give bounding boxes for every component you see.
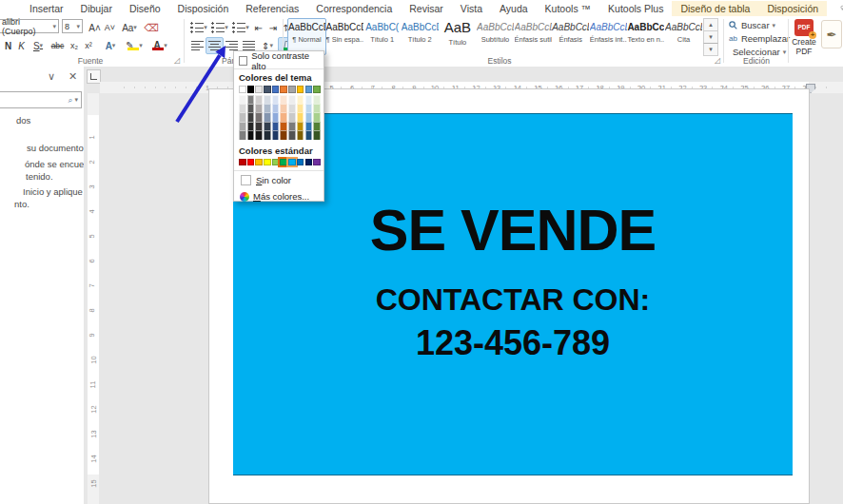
theme-color-swatch[interactable] [239, 86, 246, 93]
theme-variant-swatch[interactable] [280, 122, 287, 130]
theme-variant-swatch[interactable] [305, 130, 313, 139]
style-card-título-1[interactable]: AaBbC(Título 1 [363, 18, 402, 55]
italic-button[interactable]: K [14, 37, 29, 54]
style-card-subtítulo[interactable]: AaBbCcDcSubtítulo [476, 18, 515, 55]
style-card-énfasis-int-[interactable]: AaBbCcDtÉnfasis int... [589, 18, 628, 55]
standard-color-swatch[interactable] [239, 159, 246, 166]
menu-tab-referencias[interactable]: Referencias [237, 1, 307, 16]
theme-variant-swatch[interactable] [305, 112, 313, 121]
align-left-button[interactable] [188, 37, 206, 54]
replace-button[interactable]: ab Reemplazar [729, 32, 786, 45]
theme-variant-swatch[interactable] [297, 104, 304, 112]
numbering-button[interactable]: ▾ [209, 19, 230, 36]
contextual-tab-dise-o-de-tabla[interactable]: Diseño de tabla [672, 1, 758, 16]
theme-color-swatch[interactable] [288, 86, 296, 93]
theme-variant-swatch[interactable] [313, 104, 321, 112]
more-colors-item[interactable]: Más colores... [239, 189, 319, 204]
theme-variant-swatch[interactable] [264, 112, 271, 121]
multilevel-list-button[interactable]: ▾ [230, 19, 251, 36]
theme-color-swatch[interactable] [247, 86, 255, 93]
styles-more-button[interactable]: ▾ [703, 43, 718, 56]
theme-color-swatch[interactable] [255, 86, 263, 93]
theme-variant-swatch[interactable] [297, 130, 304, 139]
pane-close-button[interactable]: ✕ [69, 70, 77, 83]
standard-color-swatch[interactable] [288, 159, 296, 166]
theme-color-swatch[interactable] [305, 86, 313, 93]
styles-scroll-up-button[interactable]: ▴ [703, 18, 718, 31]
bold-button[interactable]: N [1, 37, 15, 54]
font-size-combo[interactable]: 8▾ [62, 19, 83, 33]
theme-variant-swatch[interactable] [280, 130, 287, 139]
standard-color-swatch[interactable] [272, 159, 280, 166]
theme-variant-swatch[interactable] [239, 122, 246, 130]
standard-color-swatch[interactable] [313, 159, 321, 166]
theme-color-swatch[interactable] [280, 86, 287, 93]
theme-variant-swatch[interactable] [297, 122, 304, 130]
style-card-énfasis-sutil[interactable]: AaBbCcDcÉnfasis sutil [514, 18, 553, 55]
theme-variant-swatch[interactable] [255, 95, 263, 104]
style-card-texto-en-n-[interactable]: AaBbCcDcTexto en n... [626, 18, 665, 55]
theme-variant-swatch[interactable] [288, 112, 296, 121]
menu-tab-dise-o[interactable]: Diseño [121, 1, 169, 16]
menu-tab-dibujar[interactable]: Dibujar [72, 1, 121, 16]
theme-variant-swatch[interactable] [239, 130, 246, 139]
theme-variant-swatch[interactable] [305, 95, 313, 104]
vertical-ruler[interactable]: 123456789101112131415 [88, 93, 99, 504]
theme-color-swatch[interactable] [313, 86, 321, 93]
highlight-color-button[interactable]: ✎▾ [122, 37, 147, 54]
style-card-énfasis[interactable]: AaBbCcDtÉnfasis [551, 18, 590, 55]
high-contrast-checkbox[interactable]: Solo contraste alto [239, 54, 319, 67]
theme-variant-swatch[interactable] [239, 112, 246, 121]
theme-variant-swatch[interactable] [255, 112, 263, 121]
subscript-button[interactable]: x₂ [67, 37, 82, 54]
menu-tab-kutools-plus[interactable]: Kutools Plus [599, 1, 672, 16]
underline-button[interactable]: S▾ [28, 37, 49, 54]
theme-color-swatch[interactable] [272, 86, 280, 93]
theme-variant-swatch[interactable] [264, 104, 271, 112]
increase-indent-button[interactable]: ⇥ [265, 19, 281, 36]
style-card--sin-espa-[interactable]: AaBbCcDc¶ Sin espa... [325, 18, 364, 55]
theme-color-swatch[interactable] [264, 86, 271, 93]
theme-variant-swatch[interactable] [297, 112, 304, 121]
theme-variant-swatch[interactable] [272, 95, 280, 104]
theme-variant-swatch[interactable] [247, 112, 255, 121]
style-card-título-2[interactable]: AaBbCcDTítulo 2 [401, 18, 440, 55]
font-name-combo[interactable]: alibri (Cuerpo)▾ [0, 19, 59, 33]
theme-variant-swatch[interactable] [313, 130, 321, 139]
change-case-button[interactable]: Aa▾ [118, 19, 141, 36]
theme-variant-swatch[interactable] [255, 130, 263, 139]
create-pdf-button[interactable]: PDF+ Create PDF [790, 18, 818, 62]
bullets-button[interactable]: ▾ [188, 19, 209, 36]
style-card-título[interactable]: AaBTítulo [438, 18, 477, 55]
theme-variant-swatch[interactable] [280, 104, 287, 112]
align-center-button[interactable] [206, 37, 224, 54]
shrink-font-button[interactable]: A˅ [102, 19, 118, 36]
theme-variant-swatch[interactable] [272, 104, 280, 112]
theme-variant-swatch[interactable] [239, 104, 246, 112]
theme-variant-swatch[interactable] [280, 112, 287, 121]
theme-variant-swatch[interactable] [288, 95, 296, 104]
menu-tab-correspondencia[interactable]: Correspondencia [307, 1, 401, 16]
pane-collapse-chevron[interactable]: ∨ [48, 70, 55, 83]
standard-color-swatch[interactable] [297, 159, 304, 166]
theme-variant-swatch[interactable] [255, 104, 263, 112]
theme-variant-swatch[interactable] [264, 130, 271, 139]
standard-color-swatch[interactable] [280, 159, 287, 166]
theme-variant-swatch[interactable] [272, 130, 280, 139]
theme-variant-swatch[interactable] [305, 122, 313, 130]
menu-tab-revisar[interactable]: Revisar [401, 1, 452, 16]
menu-tab-kutools-[interactable]: Kutools ™ [537, 1, 599, 16]
theme-variant-swatch[interactable] [247, 130, 255, 139]
grow-font-button[interactable]: A˄ [87, 19, 103, 36]
standard-color-swatch[interactable] [255, 159, 263, 166]
standard-color-swatch[interactable] [305, 159, 313, 166]
menu-tab-disposici-n[interactable]: Disposición [169, 1, 238, 16]
navigation-search-input[interactable]: ⌕▾ [0, 91, 82, 108]
styles-scroll-down-button[interactable]: ▾ [703, 30, 718, 44]
menu-tab-insertar[interactable]: Insertar [21, 1, 72, 16]
theme-variant-swatch[interactable] [247, 104, 255, 112]
theme-variant-swatch[interactable] [297, 95, 304, 104]
theme-variant-swatch[interactable] [305, 104, 313, 112]
superscript-button[interactable]: x² [81, 37, 96, 54]
styles-dialog-launcher[interactable]: ◿ [715, 56, 720, 65]
